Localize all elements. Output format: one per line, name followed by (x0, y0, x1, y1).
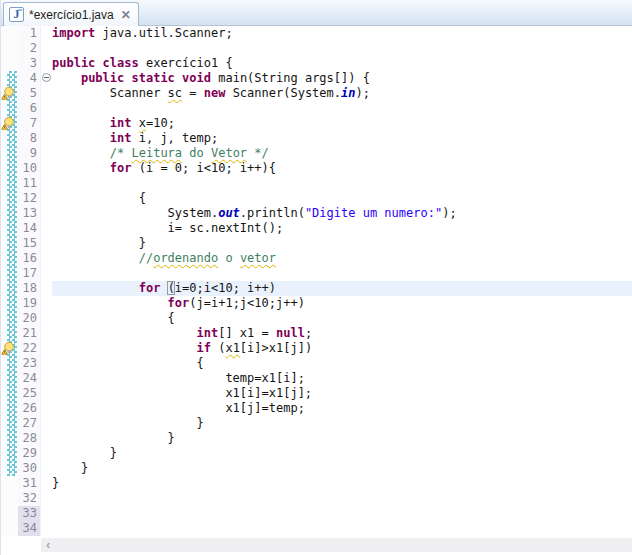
line-number[interactable]: 10 (18, 161, 40, 176)
code-segment: (i = 0; i<10; i++){ (131, 161, 276, 175)
code-segment: Scanner (52, 86, 168, 100)
code-segment: vetor (240, 251, 276, 265)
folding-ruler[interactable] (40, 26, 52, 536)
line-number[interactable]: 21 (18, 326, 40, 341)
scroll-left-arrow-icon[interactable]: ‹ (46, 539, 50, 551)
line-number[interactable]: 28 (18, 431, 40, 446)
code-line (52, 521, 632, 536)
horizontal-scrollbar[interactable]: ‹ (1, 536, 632, 555)
code-line (52, 266, 632, 281)
code-segment: { (52, 356, 204, 370)
code-segment: i=0;i<10; i++) (175, 281, 276, 295)
warning-icon[interactable] (1, 116, 16, 131)
code-segment: java.util.Scanner; (95, 26, 232, 40)
scrollbar-track[interactable]: ‹ (41, 538, 632, 552)
code-segment (52, 341, 197, 355)
line-number-ruler[interactable]: 1234567891011121314151617181920212223242… (18, 26, 40, 536)
fold-collapse-icon[interactable] (42, 73, 51, 82)
code-line: } (52, 416, 632, 431)
line-number[interactable]: 23 (18, 356, 40, 371)
line-number[interactable]: 33 (18, 506, 40, 521)
code-segment (52, 131, 110, 145)
warning-icon[interactable] (1, 341, 16, 356)
line-number[interactable]: 4 (18, 71, 40, 86)
line-number[interactable]: 12 (18, 191, 40, 206)
code-segment: for (168, 296, 190, 310)
code-segment: x1[i]=x1[j]; (52, 386, 312, 400)
code-segment: } (52, 431, 175, 445)
quick-diff-changed-indicator (7, 71, 17, 476)
line-number[interactable]: 16 (18, 251, 40, 266)
code-editor: 1234567891011121314151617181920212223242… (1, 26, 632, 536)
code-line: /* Leitura do Vetor */ (52, 146, 632, 161)
code-line: System.out.println("Digite um numero:"); (52, 206, 632, 221)
code-segment (52, 116, 110, 130)
line-number[interactable]: 13 (18, 206, 40, 221)
line-number[interactable]: 7 (18, 116, 40, 131)
code-segment: sc (168, 86, 182, 100)
line-number[interactable]: 3 (18, 56, 40, 71)
code-segment (175, 71, 182, 85)
line-number[interactable]: 5 (18, 86, 40, 101)
line-number[interactable]: 1 (18, 26, 40, 41)
code-segment: // (139, 251, 153, 265)
code-segment: x (139, 116, 146, 130)
code-segment: import (52, 26, 95, 40)
line-number[interactable]: 6 (18, 101, 40, 116)
line-number[interactable]: 11 (18, 176, 40, 191)
code-segment: null (276, 326, 305, 340)
line-number[interactable]: 14 (18, 221, 40, 236)
code-line: for (i = 0; i<10; i++){ (52, 161, 632, 176)
warning-icon[interactable] (1, 86, 16, 101)
editor-tab-bar: J *exercício1.java ✕ (1, 0, 632, 26)
line-number[interactable]: 22 (18, 341, 40, 356)
code-line (52, 491, 632, 506)
line-number[interactable]: 24 (18, 371, 40, 386)
line-number[interactable]: 20 (18, 311, 40, 326)
line-number[interactable]: 32 (18, 491, 40, 506)
line-number[interactable]: 26 (18, 401, 40, 416)
code-segment: exercício1 { (139, 56, 233, 70)
code-segment (95, 56, 102, 70)
code-segment (52, 281, 139, 295)
line-number[interactable]: 27 (18, 416, 40, 431)
code-segment: i, j, temp; (131, 131, 218, 145)
code-segment: temp=x1[i]; (52, 371, 305, 385)
code-segment (131, 116, 138, 130)
line-number[interactable]: 8 (18, 131, 40, 146)
code-segment: ordenando (153, 251, 218, 265)
line-number[interactable]: 30 (18, 461, 40, 476)
tab-exercicio1[interactable]: J *exercício1.java ✕ (3, 2, 139, 26)
line-number[interactable]: 15 (18, 236, 40, 251)
line-number[interactable]: 29 (18, 446, 40, 461)
line-number[interactable]: 34 (18, 521, 40, 536)
code-line: x1[i]=x1[j]; (52, 386, 632, 401)
line-number[interactable]: 18 (18, 281, 40, 296)
code-segment: x1[j]=temp; (52, 401, 305, 415)
code-line (52, 176, 632, 191)
code-segment (52, 161, 110, 175)
code-line: for (i=0;i<10; i++) (52, 281, 632, 296)
line-number[interactable]: 19 (18, 296, 40, 311)
line-number[interactable]: 25 (18, 386, 40, 401)
code-segment: main(String args[]) { (211, 71, 370, 85)
code-segment: class (103, 56, 139, 70)
code-line (52, 101, 632, 116)
code-line: temp=x1[i]; (52, 371, 632, 386)
line-number[interactable]: 17 (18, 266, 40, 281)
code-segment: if (197, 341, 211, 355)
code-segment: [] x1 = (218, 326, 276, 340)
close-icon[interactable]: ✕ (121, 8, 131, 22)
code-segment: */ (247, 146, 269, 160)
code-segment: { (52, 191, 146, 205)
code-line: public class exercício1 { (52, 56, 632, 71)
code-segment (52, 296, 168, 310)
code-segment: x1 (225, 341, 239, 355)
code-area[interactable]: import java.util.Scanner;public class ex… (52, 26, 632, 536)
annotation-ruler[interactable] (1, 26, 18, 536)
code-line: Scanner sc = new Scanner(System.in); (52, 86, 632, 101)
line-number[interactable]: 9 (18, 146, 40, 161)
line-number[interactable]: 31 (18, 476, 40, 491)
line-number[interactable]: 2 (18, 41, 40, 56)
code-segment: new (204, 86, 226, 100)
